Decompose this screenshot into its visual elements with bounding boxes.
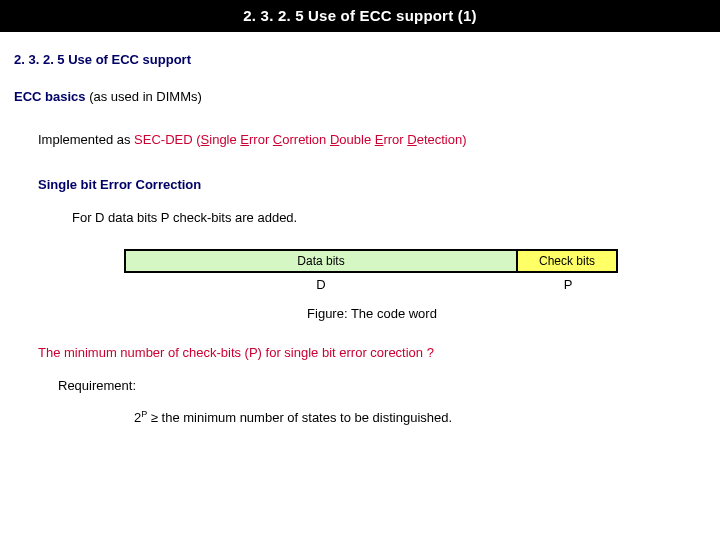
- slide-content: 2. 3. 2. 5 Use of ECC support ECC basics…: [0, 32, 720, 425]
- data-bits-box: Data bits: [124, 249, 518, 273]
- data-bits-label: Data bits: [297, 254, 344, 268]
- requirement-formula: 2P ≥ the minimum number of states to be …: [134, 409, 706, 425]
- p-label: P: [518, 277, 618, 292]
- d-label: D: [124, 277, 518, 292]
- impl-prefix: Implemented as: [38, 132, 134, 147]
- slide-header: 2. 3. 2. 5 Use of ECC support (1): [0, 0, 720, 32]
- check-bits-box: Check bits: [518, 249, 618, 273]
- for-d-line: For D data bits P check-bits are added.: [72, 210, 706, 225]
- check-bits-label: Check bits: [539, 254, 595, 268]
- ecc-basics-label: ECC basics: [14, 89, 86, 104]
- impl-orretion: orretion: [282, 132, 330, 147]
- impl-ingle: ingle: [209, 132, 240, 147]
- requirement-label: Requirement:: [58, 378, 706, 393]
- dp-row: D P: [124, 277, 620, 292]
- implemented-as-line: Implemented as SEC-DED (Single Error Cor…: [38, 132, 706, 147]
- impl-s: S: [201, 132, 210, 147]
- impl-d2: D: [407, 132, 416, 147]
- formula-rest: ≥ the minimum number of states to be dis…: [147, 410, 452, 425]
- impl-acronym: SEC-DED: [134, 132, 193, 147]
- codeword-row: Data bits Check bits: [124, 249, 620, 273]
- impl-close: ): [462, 132, 466, 147]
- header-title: 2. 3. 2. 5 Use of ECC support (1): [243, 7, 476, 24]
- single-bit-title: Single bit Error Correction: [38, 177, 706, 192]
- impl-rror1: rror: [249, 132, 273, 147]
- figure-caption: Figure: The code word: [124, 306, 620, 321]
- impl-ouble: ouble: [339, 132, 374, 147]
- codeword-figure: Data bits Check bits D P Figure: The cod…: [124, 249, 620, 321]
- impl-etection: etection: [417, 132, 463, 147]
- min-checkbits-line: The minimum number of check-bits (P) for…: [38, 345, 706, 360]
- impl-c: C: [273, 132, 282, 147]
- ecc-basics-note: (as used in DIMMs): [86, 89, 202, 104]
- impl-d: D: [330, 132, 339, 147]
- section-title: 2. 3. 2. 5 Use of ECC support: [14, 52, 706, 67]
- impl-e1: E: [240, 132, 249, 147]
- impl-rror2: rror: [383, 132, 407, 147]
- ecc-basics-line: ECC basics (as used in DIMMs): [14, 89, 706, 104]
